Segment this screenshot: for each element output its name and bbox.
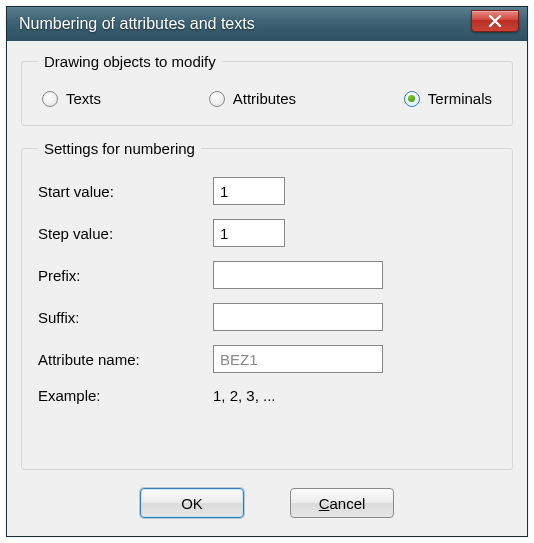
suffix-label: Suffix: [38,309,213,326]
cancel-mnemonic: C [319,495,330,512]
dialog-window: Numbering of attributes and texts Drawin… [6,6,528,537]
settings-grid: Start value: Step value: Prefix: Suffix:… [38,171,496,404]
example-label: Example: [38,387,213,404]
button-row: OK Cancel [21,484,513,522]
cancel-rest: ancel [329,495,365,512]
radio-icon [42,91,58,107]
radio-label: Texts [66,90,101,107]
close-button[interactable] [471,10,519,32]
ok-button[interactable]: OK [140,488,244,518]
radio-label: Terminals [428,90,492,107]
radio-icon [209,91,225,107]
start-value-input[interactable] [213,177,285,205]
modify-groupbox: Drawing objects to modify Texts Attribut… [21,53,513,126]
suffix-input[interactable] [213,303,383,331]
step-value-input[interactable] [213,219,285,247]
attribute-name-input [213,345,383,373]
window-title: Numbering of attributes and texts [19,15,471,33]
client-area: Drawing objects to modify Texts Attribut… [7,41,527,536]
start-value-label: Start value: [38,183,213,200]
modify-legend: Drawing objects to modify [38,53,222,70]
radio-attributes[interactable]: Attributes [209,90,296,107]
title-bar: Numbering of attributes and texts [7,7,527,41]
radio-label: Attributes [233,90,296,107]
settings-legend: Settings for numbering [38,140,201,157]
prefix-input[interactable] [213,261,383,289]
cancel-button[interactable]: Cancel [290,488,394,518]
example-value: 1, 2, 3, ... [213,387,383,404]
settings-groupbox: Settings for numbering Start value: Step… [21,140,513,470]
step-value-label: Step value: [38,225,213,242]
prefix-label: Prefix: [38,267,213,284]
radio-icon [404,91,420,107]
radio-row: Texts Attributes Terminals [38,84,496,109]
radio-terminals[interactable]: Terminals [404,90,492,107]
attribute-name-label: Attribute name: [38,351,213,368]
close-icon [488,15,502,27]
radio-texts[interactable]: Texts [42,90,101,107]
